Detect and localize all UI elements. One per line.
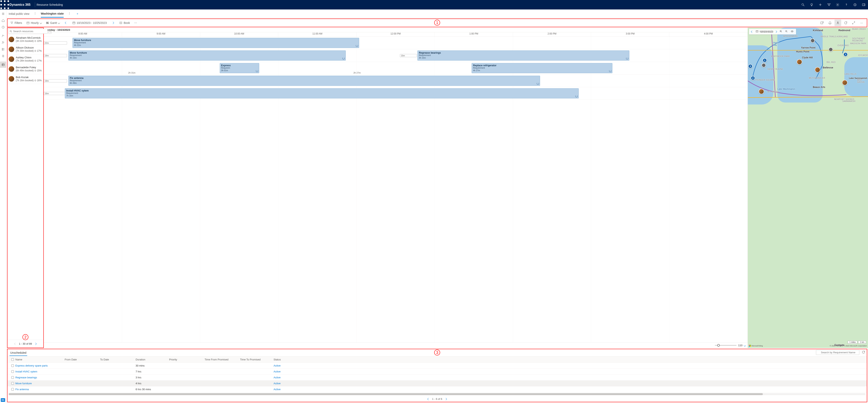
booking-block[interactable]: Fix antenna Requirement 6h 49m xyxy=(68,76,540,86)
zoom-out-icon[interactable] xyxy=(784,30,788,34)
recent-icon[interactable] xyxy=(0,24,6,30)
req-row[interactable]: Regrease bearings 3 hrs Active xyxy=(7,375,867,380)
req-name-link[interactable]: Express delivery spare parts xyxy=(16,364,65,367)
layout-dropdown[interactable]: Gantt xyxy=(45,21,61,25)
view-menu-icon-2[interactable]: ⋮ xyxy=(68,12,71,16)
req-row-check[interactable] xyxy=(10,370,16,373)
resource-item[interactable]: Ashley Chinn (7h 28m booked) ⊙ 17% xyxy=(7,54,43,64)
map-pin-1[interactable]: 1 xyxy=(763,58,767,62)
map-pin-grey-1[interactable] xyxy=(810,38,815,43)
col-priority[interactable]: Priority xyxy=(169,358,205,361)
resource-item[interactable]: Allison Dickson (7h 30m booked) ⊙ 17% xyxy=(7,44,43,54)
resource-sort-icon[interactable]: ↑↓ xyxy=(49,29,52,34)
map-avatar-3[interactable] xyxy=(842,80,847,85)
date-range-picker[interactable]: 10/19/2023 - 10/25/2023 xyxy=(71,21,107,25)
chevron-down-icon[interactable] xyxy=(744,344,746,346)
req-pager-next[interactable] xyxy=(445,398,446,400)
toolbar-right-1-icon[interactable] xyxy=(819,20,826,26)
toolbar-expand-icon[interactable] xyxy=(850,20,857,26)
nav-item-schedule-icon[interactable] xyxy=(0,62,6,68)
book-button[interactable]: Book xyxy=(119,21,131,25)
req-status-link[interactable]: Active xyxy=(274,364,297,367)
resource-item[interactable]: Bob Kozak (7h 16m booked) ⊙ 16% xyxy=(7,74,43,84)
req-row[interactable]: Express delivery spare parts 30 mins Act… xyxy=(7,363,867,369)
req-name-link[interactable]: Fix antenna xyxy=(16,388,65,391)
resource-item[interactable]: Abraham McCormick (4h 22m booked) ⊙ 10% xyxy=(7,35,43,44)
req-hscrollbar[interactable] xyxy=(9,393,866,395)
plus-icon[interactable] xyxy=(816,0,825,9)
app-launcher-icon[interactable] xyxy=(0,0,9,9)
map-pin-2[interactable]: 2 xyxy=(751,76,755,80)
req-pager-prev[interactable] xyxy=(428,398,429,400)
calendar-icon[interactable] xyxy=(755,30,759,34)
req-status-link[interactable]: Active xyxy=(274,388,297,391)
map-pin-3b[interactable]: 3 xyxy=(843,52,848,57)
req-refresh-icon[interactable] xyxy=(862,350,865,354)
req-status-link[interactable]: Active xyxy=(274,382,297,385)
map-avatar-4[interactable] xyxy=(758,89,764,94)
map-prev-day[interactable] xyxy=(750,30,754,33)
booking-block[interactable]: Move furniture Requirement 4h 22m xyxy=(72,38,359,48)
persona-badge[interactable]: RS xyxy=(1,398,5,402)
req-name-link[interactable]: Regrease bearings xyxy=(16,376,65,379)
gear-icon[interactable] xyxy=(833,0,842,9)
booking-block[interactable]: Express Requirem 3h 01m xyxy=(220,63,259,73)
view-menu-icon[interactable]: ⋮ xyxy=(34,12,36,16)
req-status-link[interactable]: Active xyxy=(274,376,297,379)
booking-block[interactable]: Regrease bearings Requirement 3h 15m xyxy=(417,51,629,61)
date-prev-button[interactable] xyxy=(63,20,69,26)
view-current[interactable]: Washington state xyxy=(41,10,64,18)
map-pin-grey-3[interactable] xyxy=(762,63,766,67)
toolbar-people-icon[interactable] xyxy=(835,20,841,26)
toolbar-refresh-icon[interactable] xyxy=(842,20,849,26)
map-next-day[interactable] xyxy=(774,30,778,33)
add-view-icon[interactable]: ＋ xyxy=(75,12,80,16)
toolbar-bell-icon[interactable] xyxy=(827,20,833,26)
lightbulb-icon[interactable] xyxy=(807,0,816,9)
col-status[interactable]: Status xyxy=(274,358,297,361)
req-row-check[interactable] xyxy=(10,382,16,385)
map-pin-3[interactable]: 3 xyxy=(748,64,752,68)
map-pin-grey-2[interactable] xyxy=(829,47,833,52)
req-search-input[interactable] xyxy=(816,350,859,355)
assistant-icon[interactable] xyxy=(851,0,859,9)
booking-block[interactable]: Install HVAC sytem Requirement 7h 16m xyxy=(65,88,579,98)
nav-item-4[interactable] xyxy=(0,53,6,59)
req-row[interactable]: Move furniture 4 hrs Active xyxy=(7,380,867,386)
zoom-control[interactable]: 110 xyxy=(715,344,746,347)
hamburger-icon[interactable] xyxy=(0,11,6,17)
req-check-all[interactable] xyxy=(10,358,16,361)
req-name-link[interactable]: Move furniture xyxy=(16,382,65,385)
granularity-dropdown[interactable]: Hourly xyxy=(26,21,42,25)
filter-icon[interactable] xyxy=(825,0,833,9)
help-icon[interactable] xyxy=(842,0,851,9)
resource-pager-prev[interactable] xyxy=(14,342,16,345)
col-to[interactable]: To Date xyxy=(100,358,135,361)
resource-item[interactable]: Bernadette Foley (6h 49m booked) ⊙ 15% xyxy=(7,64,43,74)
nav-item-2[interactable] xyxy=(0,39,6,46)
toolbar-more-right-icon[interactable]: ⋯ xyxy=(858,20,865,26)
map-panel[interactable]: 10/23/2023 Kirkland Redmond Bellevue Yar… xyxy=(748,28,868,348)
filters-button[interactable]: Filters xyxy=(9,21,23,25)
req-row-check[interactable] xyxy=(10,376,16,379)
toolbar-more-icon[interactable]: ⋯ xyxy=(133,21,138,25)
booking-block[interactable]: Replace refrigerator Requirement 4h 27m xyxy=(472,63,612,73)
req-tab-unscheduled[interactable]: Unscheduled xyxy=(9,349,27,356)
map-avatar-2[interactable] xyxy=(815,67,820,72)
eye-icon[interactable] xyxy=(790,30,795,34)
col-name[interactable]: Name xyxy=(16,358,65,361)
date-next-button[interactable] xyxy=(110,20,116,26)
col-tfp[interactable]: Time From Promised xyxy=(205,358,240,361)
req-row[interactable]: Install HVAC sytem 7 hrs Active xyxy=(7,369,867,375)
map-avatar-1[interactable] xyxy=(797,59,802,65)
col-ttp[interactable]: Time To Promised xyxy=(240,358,274,361)
col-from[interactable]: From Date xyxy=(65,358,100,361)
req-row-check[interactable] xyxy=(10,364,16,367)
col-duration[interactable]: Duration xyxy=(135,358,169,361)
panel-icon[interactable] xyxy=(859,0,868,9)
home-icon[interactable] xyxy=(0,17,6,24)
req-name-link[interactable]: Install HVAC sytem xyxy=(16,370,65,373)
req-row-check[interactable] xyxy=(10,388,16,391)
nav-item-1[interactable] xyxy=(0,33,6,39)
nav-item-3[interactable] xyxy=(0,46,6,53)
